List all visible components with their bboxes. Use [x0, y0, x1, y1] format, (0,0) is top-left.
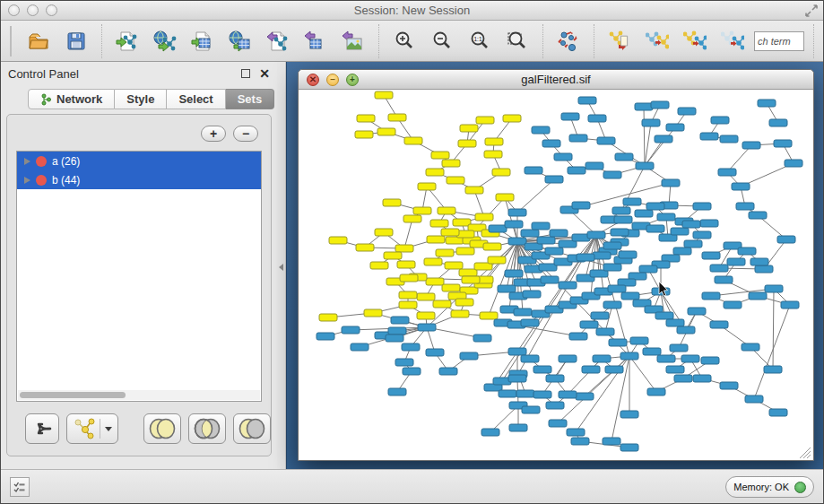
network-node[interactable] — [715, 276, 733, 283]
collapse-panel-icon[interactable] — [279, 264, 283, 271]
import-table-file-button[interactable] — [186, 26, 219, 56]
network-node[interactable] — [509, 424, 527, 431]
network-diff-subtract-button[interactable] — [716, 26, 749, 56]
network-node[interactable] — [614, 216, 632, 223]
close-panel-icon[interactable]: ✕ — [259, 69, 270, 78]
zoom-out-button[interactable] — [426, 26, 458, 56]
network-node[interactable] — [388, 388, 406, 395]
network-node[interactable] — [375, 229, 393, 236]
network-node[interactable] — [355, 131, 373, 138]
network-node[interactable] — [635, 103, 653, 110]
network-node[interactable] — [655, 135, 672, 143]
network-node[interactable] — [559, 282, 577, 289]
network-node[interactable] — [395, 359, 413, 366]
tab-sets[interactable]: Sets — [226, 89, 274, 109]
network-node[interactable] — [388, 327, 406, 335]
network-node[interactable] — [418, 324, 436, 331]
network-node[interactable] — [559, 391, 577, 398]
network-node[interactable] — [481, 429, 499, 436]
network-node[interactable] — [688, 308, 706, 315]
network-node[interactable] — [577, 254, 594, 261]
network-node[interactable] — [533, 366, 551, 373]
network-node[interactable] — [666, 124, 684, 131]
network-node[interactable] — [549, 420, 567, 427]
network-node[interactable] — [508, 209, 526, 216]
network-node[interactable] — [485, 138, 503, 145]
network-node[interactable] — [677, 326, 695, 334]
network-node[interactable] — [765, 285, 783, 292]
network-node[interactable] — [605, 366, 623, 373]
network-node[interactable] — [532, 222, 550, 230]
network-node[interactable] — [521, 355, 539, 362]
network-node[interactable] — [671, 228, 689, 235]
network-node[interactable] — [682, 221, 700, 228]
network-node[interactable] — [693, 375, 711, 382]
network-node[interactable] — [597, 137, 615, 144]
network-node[interactable] — [424, 258, 442, 265]
network-node[interactable] — [718, 169, 736, 176]
zoom-in-button[interactable] — [388, 26, 421, 56]
network-node[interactable] — [442, 284, 460, 291]
network-node[interactable] — [484, 151, 502, 158]
network-node[interactable] — [430, 220, 448, 227]
network-node[interactable] — [537, 237, 555, 244]
network-diff-export-button[interactable] — [603, 26, 636, 56]
network-node[interactable] — [611, 229, 629, 236]
network-diff-merge-button[interactable] — [679, 26, 711, 56]
network-node[interactable] — [603, 264, 621, 271]
network-node[interactable] — [427, 236, 445, 243]
network-node[interactable] — [508, 375, 526, 382]
network-node[interactable] — [476, 117, 494, 124]
horizontal-scrollbar[interactable] — [18, 390, 260, 400]
network-node[interactable] — [612, 207, 630, 214]
network-node[interactable] — [615, 153, 633, 161]
network-node[interactable] — [503, 115, 521, 122]
network-node[interactable] — [749, 292, 767, 300]
zoom-actual-button[interactable]: 1:1 — [464, 26, 496, 56]
network-node[interactable] — [505, 221, 523, 228]
import-network-file-button[interactable] — [111, 26, 143, 56]
network-node[interactable] — [438, 207, 455, 214]
network-node[interactable] — [460, 352, 478, 360]
network-node[interactable] — [693, 231, 711, 239]
network-node[interactable] — [736, 203, 754, 210]
apply-layout-button[interactable] — [552, 26, 585, 56]
minimize-window-button[interactable] — [27, 4, 39, 16]
network-node[interactable] — [609, 339, 627, 346]
union-sets-button[interactable] — [143, 413, 181, 444]
network-node[interactable] — [636, 162, 654, 169]
network-node[interactable] — [700, 133, 718, 140]
network-node[interactable] — [532, 126, 550, 134]
network-node[interactable] — [593, 252, 611, 259]
network-node[interactable] — [742, 142, 760, 149]
network-node[interactable] — [785, 160, 802, 167]
subtract-sets-button[interactable] — [233, 413, 271, 444]
toolbar-drag-handle[interactable] — [10, 26, 12, 56]
panel-splitter[interactable] — [277, 62, 286, 469]
network-node[interactable] — [525, 167, 542, 174]
network-node[interactable] — [496, 194, 514, 201]
network-node[interactable] — [533, 391, 551, 398]
close-window-button[interactable] — [8, 4, 20, 16]
network-diff-compare-button[interactable] — [641, 26, 673, 56]
network-node[interactable] — [603, 301, 621, 308]
network-node[interactable] — [693, 203, 711, 210]
network-node[interactable] — [522, 406, 540, 413]
network-node[interactable] — [569, 135, 587, 142]
network-node[interactable] — [426, 169, 444, 176]
network-node[interactable] — [750, 258, 768, 265]
network-node[interactable] — [521, 230, 539, 237]
memory-status-button[interactable]: Memory: OK — [725, 476, 814, 498]
network-node[interactable] — [375, 91, 393, 99]
network-node[interactable] — [498, 285, 516, 292]
network-node[interactable] — [711, 117, 729, 124]
network-node[interactable] — [670, 344, 688, 352]
set-list-item[interactable]: a (26) — [17, 152, 261, 170]
network-node[interactable] — [329, 237, 347, 244]
set-list-item[interactable]: b (44) — [17, 170, 261, 189]
network-node[interactable] — [724, 301, 742, 308]
network-node[interactable] — [451, 310, 469, 317]
network-node[interactable] — [364, 309, 382, 317]
network-node[interactable] — [647, 388, 665, 395]
network-node[interactable] — [666, 319, 684, 326]
